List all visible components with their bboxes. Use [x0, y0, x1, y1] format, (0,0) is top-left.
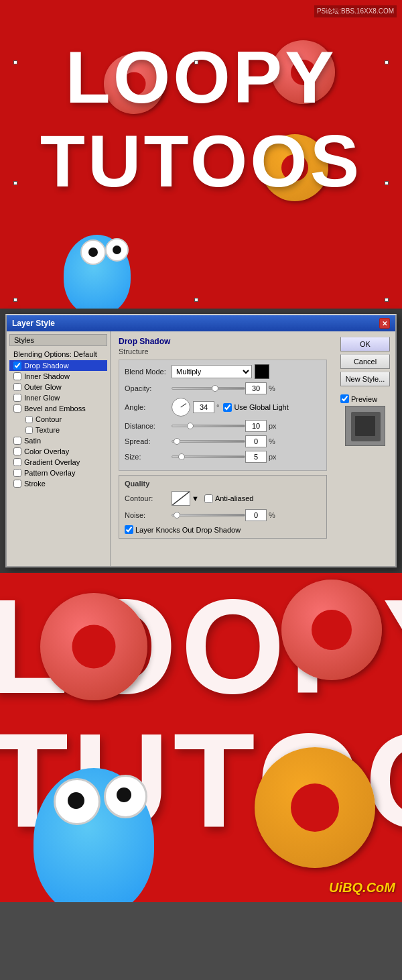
- color-swatch[interactable]: [255, 364, 269, 379]
- top-canvas: PS论坛:BBS.16XX8.COM LOOPY TUTOOS: [0, 0, 402, 309]
- style-item-pattern-overlay[interactable]: Pattern Overlay: [9, 468, 107, 478]
- contour-sub-label: Contour: [36, 415, 62, 423]
- watermark-bottom: UiBQ.CoM: [329, 880, 395, 895]
- style-sub-item-contour[interactable]: Contour: [9, 414, 107, 425]
- structure-box: Blend Mode: Multiply Normal Screen Opaci…: [119, 360, 327, 471]
- opacity-input[interactable]: [245, 382, 267, 394]
- spread-slider[interactable]: [172, 440, 245, 443]
- drop-shadow-checkbox[interactable]: [13, 362, 21, 370]
- distance-slider[interactable]: [172, 425, 245, 427]
- selection-handle: [13, 60, 17, 64]
- bird-pupil-right: [113, 246, 121, 254]
- inner-glow-label: Inner Glow: [24, 394, 60, 402]
- loopy-text-top: LOOPY: [0, 40, 402, 114]
- angle-input[interactable]: [193, 401, 214, 413]
- donut-bottom-red-2: [281, 580, 382, 680]
- style-sub-item-texture[interactable]: Texture: [9, 425, 107, 435]
- noise-slider-thumb[interactable]: [174, 512, 180, 519]
- preview-label: Preview: [351, 395, 377, 403]
- style-item-gradient-overlay[interactable]: Gradient Overlay: [9, 457, 107, 468]
- style-item-stroke[interactable]: Stroke: [9, 478, 107, 489]
- ok-button[interactable]: OK: [340, 337, 390, 351]
- blend-options-item[interactable]: Blending Options: Default: [9, 348, 107, 360]
- spread-input[interactable]: [245, 435, 267, 447]
- contour-dropdown-arrow[interactable]: ▼: [192, 494, 199, 502]
- size-row: Size: px: [125, 451, 321, 463]
- knock-out-label[interactable]: Layer Knocks Out Drop Shadow: [125, 525, 241, 534]
- global-light-label[interactable]: Use Global Light: [223, 403, 288, 412]
- gradient-overlay-checkbox[interactable]: [13, 458, 21, 466]
- quality-title: Quality: [125, 480, 321, 488]
- style-item-inner-shadow[interactable]: Inner Shadow: [9, 371, 107, 382]
- distance-unit: px: [269, 422, 277, 430]
- donut-bottom-orange: [255, 747, 375, 868]
- bevel-emboss-label: Bevel and Emboss: [24, 404, 86, 413]
- opacity-slider-thumb[interactable]: [212, 385, 218, 392]
- spread-slider-thumb[interactable]: [174, 438, 180, 445]
- knock-out-text: Layer Knocks Out Drop Shadow: [135, 526, 241, 534]
- preview-section: Preview: [340, 392, 390, 449]
- size-input[interactable]: [245, 451, 267, 463]
- bevel-emboss-checkbox[interactable]: [13, 404, 21, 413]
- bird-pupil-left-bottom: [68, 792, 84, 809]
- satin-checkbox[interactable]: [13, 437, 21, 445]
- spread-unit: %: [269, 437, 275, 445]
- preview-checkbox[interactable]: [340, 394, 349, 403]
- dialog-close-button[interactable]: ✕: [379, 318, 390, 329]
- bird-body: [64, 235, 131, 309]
- angle-dial[interactable]: [172, 398, 190, 417]
- new-style-button[interactable]: New Style...: [340, 372, 390, 386]
- svg-rect-2: [355, 416, 375, 436]
- style-item-bevel-emboss[interactable]: Bevel and Emboss: [9, 403, 107, 414]
- style-item-inner-glow[interactable]: Inner Glow: [9, 392, 107, 403]
- noise-row: Noise: %: [125, 509, 321, 521]
- style-item-outer-glow[interactable]: Outer Glow: [9, 382, 107, 392]
- preview-check-label[interactable]: Preview: [340, 394, 390, 403]
- selection-handle: [385, 60, 389, 64]
- color-overlay-checkbox[interactable]: [13, 447, 21, 455]
- styles-panel: Styles Blending Options: Default Drop Sh…: [7, 331, 111, 566]
- cancel-button[interactable]: Cancel: [340, 354, 390, 369]
- bird-pupil-left: [88, 248, 98, 257]
- bird-body-bottom: [34, 768, 154, 902]
- dialog-title: Layer Style: [12, 319, 55, 328]
- opacity-unit: %: [269, 384, 275, 392]
- donut-bottom-red-1: [40, 593, 147, 700]
- angle-row: Angle: ° Use Global Light: [125, 398, 321, 417]
- bottom-canvas: LOOPY TUTOOS UiBQ.CoM: [0, 573, 402, 902]
- main-content-panel: Drop Shadow Structure Blend Mode: Multip…: [111, 331, 335, 566]
- size-slider[interactable]: [172, 455, 245, 458]
- anti-alias-checkbox[interactable]: [204, 494, 213, 503]
- outer-glow-checkbox[interactable]: [13, 383, 21, 391]
- style-item-color-overlay[interactable]: Color Overlay: [9, 446, 107, 457]
- anti-alias-label[interactable]: Anti-aliased: [204, 494, 253, 503]
- stroke-label: Stroke: [24, 480, 46, 488]
- blend-mode-select[interactable]: Multiply Normal Screen: [172, 365, 252, 378]
- stroke-checkbox[interactable]: [13, 480, 21, 488]
- contour-preview[interactable]: [172, 491, 190, 506]
- bird-pupil-right-bottom: [117, 787, 131, 802]
- anti-alias-text: Anti-aliased: [215, 494, 253, 502]
- inner-glow-checkbox[interactable]: [13, 394, 21, 402]
- texture-sub-checkbox[interactable]: [25, 427, 33, 434]
- noise-slider[interactable]: [172, 514, 245, 516]
- knock-out-checkbox[interactable]: [125, 525, 133, 534]
- contour-sub-checkbox[interactable]: [25, 416, 33, 423]
- distance-slider-thumb[interactable]: [187, 423, 194, 429]
- pattern-overlay-checkbox[interactable]: [13, 469, 21, 477]
- opacity-label: Opacity:: [125, 384, 172, 392]
- selection-handle: [13, 181, 17, 185]
- global-light-checkbox[interactable]: [223, 403, 232, 412]
- style-item-drop-shadow[interactable]: Drop Shadow: [9, 360, 107, 371]
- style-item-satin[interactable]: Satin: [9, 435, 107, 446]
- opacity-slider[interactable]: [172, 387, 245, 390]
- styles-label: Styles: [9, 334, 107, 346]
- selection-handle: [385, 298, 389, 302]
- noise-input[interactable]: [245, 509, 267, 521]
- contour-svg: [172, 492, 190, 505]
- global-light-text: Use Global Light: [234, 403, 288, 411]
- inner-shadow-checkbox[interactable]: [13, 372, 21, 380]
- angle-needle: [180, 403, 186, 407]
- size-slider-thumb[interactable]: [178, 453, 185, 460]
- distance-input[interactable]: [245, 420, 267, 432]
